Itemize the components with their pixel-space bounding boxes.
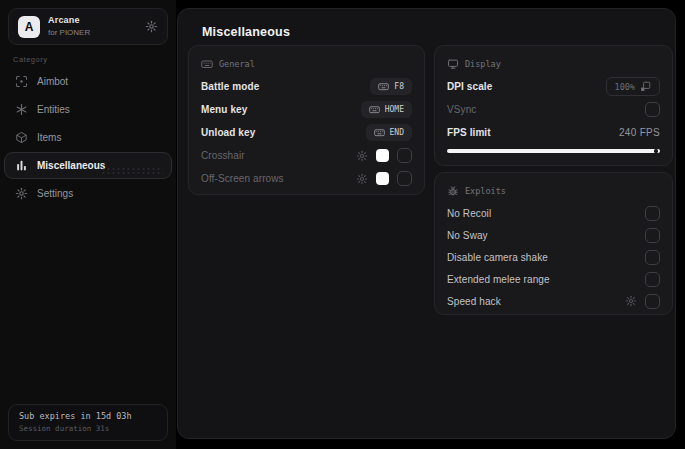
menu-key-keybind[interactable]: HOME [361, 101, 412, 118]
sidebar-item-miscellaneous[interactable]: Miscellaneous [4, 152, 172, 179]
battle-mode-row: Battle mode F8 [201, 75, 412, 98]
fps-limit-label: FPS limit [447, 127, 491, 138]
keybind-value: F8 [394, 82, 404, 91]
vsync-label: VSync [447, 104, 476, 115]
fps-limit-value: 240 FPS [619, 127, 660, 138]
bug-icon [447, 185, 459, 197]
extended-melee-range-row: Extended melee range [447, 268, 660, 290]
exploits-card-title: Exploits [465, 186, 506, 196]
speed-hack-row: Speed hack [447, 290, 660, 312]
offscreen-arrows-row: Off-Screen arrows [201, 167, 412, 190]
subscription-info-box: Sub expires in 15d 03h Session duration … [8, 404, 168, 441]
disable-camera-shake-checkbox[interactable] [645, 250, 660, 265]
sidebar: A Arcane for PIONER Category Aimbot Enti… [0, 0, 176, 449]
vsync-row: VSync [447, 98, 660, 121]
offscreen-arrows-label: Off-Screen arrows [201, 173, 284, 184]
crosshair-checkbox[interactable] [397, 148, 412, 163]
keyboard-icon [201, 58, 213, 70]
entities-icon [15, 103, 28, 116]
speed-hack-checkbox[interactable] [645, 294, 660, 309]
vsync-checkbox[interactable] [645, 102, 660, 117]
extended-melee-range-checkbox[interactable] [645, 272, 660, 287]
keybind-value: HOME [385, 105, 404, 114]
extended-melee-range-label: Extended melee range [447, 274, 550, 285]
speed-hack-settings-gear-icon[interactable] [625, 295, 637, 307]
no-recoil-row: No Recoil [447, 202, 660, 224]
unload-key-keybind[interactable]: END [366, 124, 412, 141]
dpi-scale-select[interactable]: 100% [606, 77, 660, 96]
brand-box: A Arcane for PIONER [8, 8, 168, 45]
offscreen-arrows-checkbox[interactable] [397, 171, 412, 186]
aimbot-scan-icon [15, 75, 28, 88]
fps-limit-slider[interactable] [447, 149, 660, 153]
offscreen-arrows-color-swatch[interactable] [376, 172, 389, 185]
display-card: Display DPI scale 100% VSync FPS limit 2… [434, 45, 673, 166]
display-card-title: Display [465, 59, 501, 69]
sidebar-item-aimbot[interactable]: Aimbot [4, 68, 172, 95]
exploits-card: Exploits No Recoil No Sway Disable camer… [434, 172, 673, 315]
general-card-title: General [219, 59, 255, 69]
fps-limit-row: FPS limit 240 FPS [447, 121, 660, 144]
no-recoil-checkbox[interactable] [645, 206, 660, 221]
monitor-icon [447, 58, 459, 70]
no-sway-checkbox[interactable] [645, 228, 660, 243]
no-sway-label: No Sway [447, 230, 488, 241]
dpi-scale-row: DPI scale 100% [447, 75, 660, 98]
crosshair-row: Crosshair [201, 144, 412, 167]
misc-icon [15, 159, 28, 172]
category-label: Category [13, 55, 47, 64]
sidebar-item-label: Miscellaneous [37, 160, 105, 171]
sub-expires-text: Sub expires in 15d 03h [19, 411, 157, 421]
sidebar-item-label: Items [37, 132, 61, 143]
crosshair-settings-gear-icon[interactable] [356, 150, 368, 162]
crosshair-color-swatch[interactable] [376, 149, 389, 162]
sidebar-item-label: Settings [37, 188, 73, 199]
sidebar-item-entities[interactable]: Entities [4, 96, 172, 123]
items-box-icon [15, 131, 28, 144]
menu-key-label: Menu key [201, 104, 247, 115]
sidebar-item-settings[interactable]: Settings [4, 180, 172, 207]
unload-key-row: Unload key END [201, 121, 412, 144]
brand-name: Arcane [48, 15, 137, 26]
unload-key-label: Unload key [201, 127, 255, 138]
sidebar-item-label: Entities [37, 104, 70, 115]
general-card: General Battle mode F8 Menu key HOME Unl… [188, 45, 425, 195]
page-title: Miscellaneous [202, 25, 290, 39]
disable-camera-shake-label: Disable camera shake [447, 252, 548, 263]
brand-logo: A [18, 16, 40, 38]
sidebar-item-items[interactable]: Items [4, 124, 172, 151]
brand-subtitle: for PIONER [48, 28, 137, 38]
dpi-scale-value: 100% [615, 82, 635, 92]
crosshair-label: Crosshair [201, 150, 245, 161]
offscreen-arrows-settings-gear-icon[interactable] [356, 173, 368, 185]
no-recoil-label: No Recoil [447, 208, 491, 219]
dpi-scale-label: DPI scale [447, 81, 492, 92]
battle-mode-label: Battle mode [201, 81, 259, 92]
sidebar-item-label: Aimbot [37, 76, 68, 87]
brand-gear-icon[interactable] [145, 20, 158, 33]
battle-mode-keybind[interactable]: F8 [370, 78, 412, 95]
sidebar-nav: Aimbot Entities Items Miscellaneous Sett… [4, 68, 172, 208]
no-sway-row: No Sway [447, 224, 660, 246]
gear-icon [15, 187, 28, 200]
main-panel: Miscellaneous General Battle mode F8 Men… [177, 8, 676, 439]
session-duration-text: Session duration 31s [19, 424, 157, 433]
speed-hack-label: Speed hack [447, 296, 501, 307]
fps-slider-knob[interactable] [654, 149, 658, 153]
keybind-value: END [390, 128, 404, 137]
disable-camera-shake-row: Disable camera shake [447, 246, 660, 268]
menu-key-row: Menu key HOME [201, 98, 412, 121]
